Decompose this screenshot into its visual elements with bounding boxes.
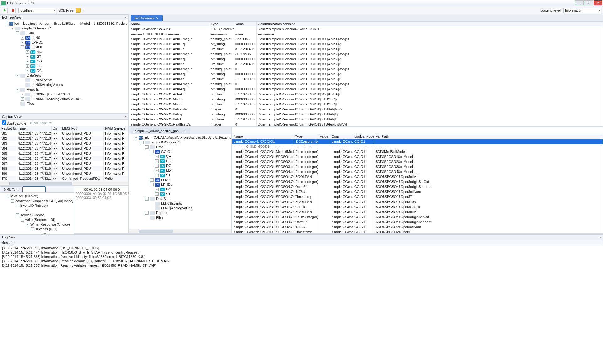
capture-row[interactable]: 3618.12.2014 03:47:31.219>>Unconfirmed_P… — [0, 131, 128, 136]
dataview-row[interactable]: simpleIOGenericIO/GGIO1.Mod.qbit_string0… — [129, 97, 603, 102]
scl-row[interactable]: simpleIOGenericIO/GGIO1.SPCSO4.Oper.orig… — [232, 184, 603, 189]
dataview-row[interactable]: simpleIOGenericIO/GGIO1.Mod.tutc_time1.1… — [129, 102, 603, 107]
capture-title: CaptureView▾ — [0, 114, 128, 120]
scl-row[interactable]: simpleIOGenericIO/GGIO1.SPCSO4.ctlModelE… — [232, 169, 603, 174]
dataview-row[interactable]: simpleIOGenericIO/GGIO1.Health.stValinte… — [129, 122, 603, 126]
start-capture-checkbox[interactable]: Start capture — [2, 120, 26, 125]
scl-tree-hscroll[interactable] — [129, 229, 231, 233]
start-button[interactable] — [2, 8, 8, 13]
capture-row[interactable]: 3678.12.2014 03:47:31.874>>Unconfirmed_P… — [0, 161, 128, 166]
close-icon[interactable]: ✕ — [183, 129, 186, 132]
xml-text-tab[interactable]: XML Text — [0, 186, 22, 192]
scl-row-selected[interactable]: simpleIOGenericIO/GGIO1IEDExplorer.NodeL… — [232, 139, 603, 144]
capture-grid[interactable]: 3618.12.2014 03:47:31.219>>Unconfirmed_P… — [0, 131, 128, 181]
dataview-row[interactable]: simpleIOGenericIO/GGIO1.Beh.tutc_time1.1… — [129, 117, 603, 122]
main-toolbar: localhost SCL Files ▾ Logging level: Inf… — [0, 6, 603, 14]
capture-hscroll[interactable] — [0, 181, 128, 185]
dataview-row[interactable]: simpleIOGenericIO/GGIO1.AnIn2.qbit_strin… — [129, 56, 603, 62]
stop-icon — [12, 9, 14, 12]
dataview-row[interactable]: simpleIOGenericIO/GGIO1.AnIn1.qbit_strin… — [129, 41, 603, 46]
log-line: [8.12.2014 15:45:21.630] Information: Re… — [2, 263, 601, 268]
host-combo[interactable]: localhost — [18, 8, 56, 13]
scl-row[interactable]: simpleIOGenericIO/GGIO1.SPCSO4.Oper.orig… — [232, 214, 603, 219]
dataview-row[interactable]: simpleIOGenericIO/GGIO1.AnIn2.tutc_time8… — [129, 62, 603, 67]
scl-row[interactable]: simpleIOGenericIO/GGIO1.SPCSO1.Oper.ctlN… — [232, 189, 603, 194]
dataview-row[interactable]: simpleIOGenericIO/GGIO1.AnIn1.mag.ffloat… — [129, 36, 603, 41]
scl-label: SCL Files — [58, 8, 73, 12]
dataview-header: Name Type Value Communication Address — [129, 21, 603, 26]
dataview-row[interactable]: simpleIOGenericIO/GGIO1.AnIn3.mag.ffloat… — [129, 67, 603, 72]
clear-capture-button[interactable]: Clear Capture — [30, 121, 52, 125]
scl-row[interactable]: simpleIOGenericIO/GGIO1.SPCSO2.ctlModelE… — [232, 159, 603, 164]
dropdown-icon[interactable]: ▾ — [83, 9, 85, 12]
close-button[interactable]: ✕ — [594, 0, 602, 5]
window-title: IED Explorer 0.71 — [7, 1, 34, 5]
scl-row[interactable]: simpleIOGenericIO/GGIO1.Mod.ctlModelEnum… — [232, 149, 603, 154]
capture-row[interactable]: 3648.12.2014 03:47:31.547>>Unconfirmed_P… — [0, 146, 128, 151]
folder-icon[interactable] — [76, 8, 81, 13]
scl-tree[interactable]: −IEDIED = C:\DATA\VisualC\Projects\libie… — [129, 134, 231, 229]
capture-row[interactable]: 3698.12.2014 03:47:32.093>>Unconfirmed_P… — [0, 171, 128, 176]
play-icon — [4, 9, 6, 12]
dataview-row[interactable]: simpleIOGenericIO/GGIO1.AnIn3.tutc_time1… — [129, 77, 603, 82]
scl-row[interactable]: simpleIOGenericIO/GGIO1.SPCSO1.Oper.ctlV… — [232, 174, 603, 179]
ied-tree[interactable]: −IEDied = localhost, Vendor = libiec6185… — [0, 20, 128, 113]
dataview-row[interactable]: simpleIOGenericIO/GGIO1.AnIn4.tutc_time1… — [129, 92, 603, 97]
log-line: [8.12.2014 15:45:21.583] Information: Re… — [2, 254, 601, 259]
log-header: Message — [0, 240, 603, 245]
scl-row[interactable]: simpleIOGenericIO/GGIO1.SPCSO1.ctlModelE… — [232, 154, 603, 159]
titlebar: IED Explorer 0.71 — □ ✕ — [0, 0, 603, 6]
log-level-label: Logging level: — [540, 8, 562, 12]
dataview-row[interactable]: simpleIOGenericIO/GGIO1.Beh.qbit_string0… — [129, 112, 603, 117]
scl-row[interactable]: simpleIOGenericIO/GGIO1.SPCSO4.Oper.orig… — [232, 179, 603, 184]
logview-title: LogView▾ — [0, 234, 603, 240]
scl-row[interactable]: simpleIOGenericIO/GGIO1.SPCSO1.Oper.Test… — [232, 199, 603, 204]
log-messages[interactable]: [8.12.2014 15:45:21.396] Information: [O… — [0, 245, 603, 272]
minimize-button[interactable]: — — [575, 0, 584, 5]
scl-row[interactable]: simpleIOGenericIO/GGIO1.SPCSO2.Oper.ctlV… — [232, 209, 603, 214]
dataview-row[interactable]: simpleIOGenericIO/GGIO1.Beh.stValinteger… — [129, 107, 603, 112]
capture-row[interactable]: 3688.12.2014 03:47:31.983>>Unconfirmed_P… — [0, 166, 128, 171]
scl-row[interactable]: simpleIOGenericIO/GGIO1.SPCSO3.ctlModelE… — [232, 164, 603, 169]
dataview-row[interactable]: simpleIOGenericIO/GGIO1.AnIn3.qbit_strin… — [129, 72, 603, 77]
dataview-row[interactable]: simpleIOGenericIO/GGIO1.AnIn4.qbit_strin… — [129, 87, 603, 92]
capture-row[interactable]: 3668.12.2014 03:47:31.765>>Unconfirmed_P… — [0, 156, 128, 161]
scl-row[interactable]: simpleIOGenericIO/GGIO1.SPCSO4.Oper.orig… — [232, 219, 603, 224]
capture-row[interactable]: 3638.12.2014 03:47:31.437>>Unconfirmed_P… — [0, 141, 128, 146]
scl-row[interactable]: simpleIOGenericIO/GGIO1.SPCSO1.Oper.Chec… — [232, 204, 603, 209]
log-level-combo[interactable]: Information — [563, 8, 601, 13]
log-line: [8.12.2014 15:45:21.396] Information: [O… — [2, 246, 601, 250]
ieddata-tab[interactable]: IedDataView✕ — [131, 15, 163, 21]
iedtree-title: IedTreeView▾ — [0, 14, 128, 20]
log-line: [8.12.2014 15:45:21.583] Information: Re… — [2, 259, 601, 263]
scl-tab[interactable]: simpleIO_direct_control_goo...✕ — [131, 128, 190, 134]
capture-row[interactable]: 3708.12.2014 03:47:32.155<<Confirmed_Req… — [0, 176, 128, 181]
app-icon — [1, 1, 6, 5]
scl-row[interactable]: ---------- CHILD NODES -----------------… — [232, 144, 603, 149]
hex-view: 00 01 02 03 04 05 06 0 00000000 A1 0A 02… — [74, 186, 131, 239]
dataview-row[interactable]: simpleIOGenericIO/GGIO1.AnIn1.tutc_time8… — [129, 46, 603, 51]
xml-tree[interactable]: −MMSpdu (Choice) −confirmed-ResponsePDU … — [0, 193, 74, 239]
scl-row[interactable]: simpleIOGenericIO/GGIO1.SPCSO1.Oper.TTim… — [232, 194, 603, 199]
scl-grid[interactable]: ---------- CHILD NODES -----------------… — [232, 144, 603, 233]
dataview-row[interactable]: ---------- CHILD NODES -----------------… — [129, 31, 603, 36]
scl-grid-header: Name Type Value Dom Logical Node Var Pat… — [232, 134, 603, 139]
capture-row[interactable]: 3658.12.2014 03:47:31.656>>Unconfirmed_P… — [0, 151, 128, 156]
xml-tree-tab[interactable]: XML Tree — [22, 186, 45, 192]
dataview-row[interactable]: simpleIOGenericIO/GGIO1.AnIn4.mag.ffloat… — [129, 82, 603, 87]
capture-row[interactable]: 3628.12.2014 03:47:31.328>>Unconfirmed_P… — [0, 136, 128, 141]
dataview-row[interactable]: simpleIOGenericIO/GGIO1IEDExplorer.Nod..… — [129, 26, 603, 31]
scl-row[interactable]: simpleIOGenericIO/GGIO1.SPCSO2.Oper.TTim… — [232, 229, 603, 233]
dataview-row[interactable]: simpleIOGenericIO/GGIO1.AnIn2.mag.ffloat… — [129, 51, 603, 56]
capture-grid-header: Packet Nr. Time Dir MMS Pdu MMS Service — [0, 126, 128, 131]
close-icon[interactable]: ✕ — [156, 17, 159, 20]
maximize-button[interactable]: □ — [584, 0, 593, 5]
stop-button[interactable] — [10, 8, 16, 13]
log-line: [8.12.2014 15:45:21.474] Information: [I… — [2, 250, 601, 254]
scl-row[interactable]: simpleIOGenericIO/GGIO1.SPCSO2.Oper.ctlN… — [232, 224, 603, 229]
dataview-grid[interactable]: simpleIOGenericIO/GGIO1IEDExplorer.Nod..… — [129, 26, 603, 126]
